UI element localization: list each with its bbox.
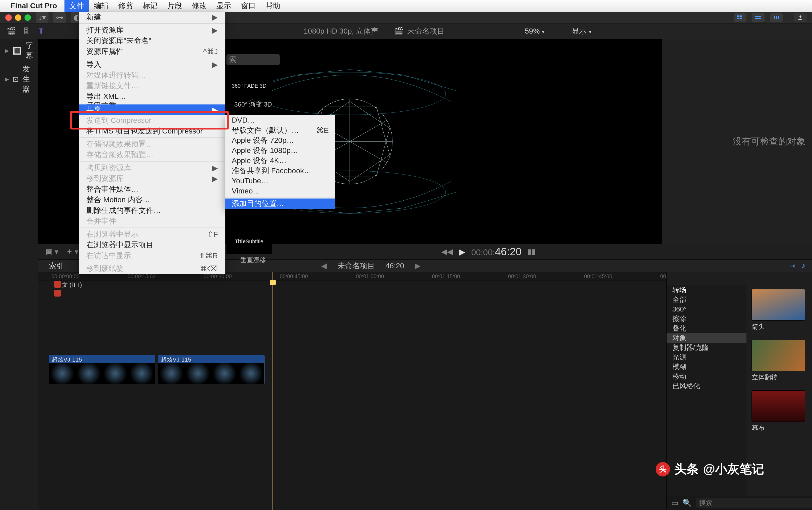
transitions-search-input[interactable] [696, 498, 812, 508]
menu-trim[interactable]: 修剪 [114, 0, 138, 12]
menu-clip[interactable]: 片段 [163, 0, 187, 12]
menu-send-compressor[interactable]: 发送到 Compressor [79, 115, 225, 126]
transition-thumbnail[interactable] [752, 340, 805, 371]
transition-thumbnail[interactable] [752, 289, 805, 320]
menu-consolidate-motion[interactable]: 整合 Motion 内容… [79, 195, 225, 205]
menu-window[interactable]: 窗口 [236, 0, 261, 12]
menu-new[interactable]: 新建▶ [79, 12, 225, 22]
timeline-clip[interactable]: 超炫VJ-115 [158, 355, 264, 384]
viewer-format: 1080p HD 30p, 立体声 [304, 26, 378, 36]
titles-generators-icon[interactable]: T [36, 26, 46, 36]
audio-skimming-icon[interactable]: ♪ [801, 261, 805, 270]
category-item[interactable]: 已风格化 [667, 381, 747, 391]
zoom-window-icon[interactable] [25, 15, 31, 21]
photos-icon[interactable]: 🎛 [21, 26, 31, 36]
color-icon[interactable]: ✦ ▾ [66, 247, 78, 256]
play-button-icon[interactable]: ▶ [459, 247, 465, 257]
sidebar-captions[interactable]: ▶🔳字幕 [0, 39, 38, 62]
transform-icon[interactable]: ▣ ▾ [46, 247, 58, 256]
history-fwd-icon[interactable]: ▶ [415, 261, 420, 270]
menu-send-itms[interactable]: 将 iTMS 项目包发送到 Compressor [79, 126, 225, 136]
menu-help[interactable]: 帮助 [261, 0, 285, 12]
share-apple-1080[interactable]: Apple 设备 1080p… [225, 145, 335, 155]
inspector-panel: 没有可检查的对象 [662, 39, 812, 244]
share-apple-4k[interactable]: Apple 设备 4K… [225, 155, 335, 166]
timecode-display[interactable]: 00:00:46:20 [471, 246, 522, 258]
menu-modify[interactable]: 修改 [187, 0, 211, 12]
menu-import[interactable]: 导入▶ [79, 59, 225, 70]
transition-thumbnail[interactable] [752, 391, 805, 422]
close-window-icon[interactable] [5, 15, 12, 21]
category-item[interactable]: 模糊 [667, 362, 747, 371]
title-thumbnail[interactable]: 360° FADE 3D [227, 73, 272, 98]
transition-item[interactable]: 幕布 [752, 391, 808, 432]
menu-delete-generated[interactable]: 删除生成的事件文件… [79, 205, 225, 216]
zoom-percentage[interactable]: 59% ▾ [525, 27, 545, 35]
share-button-icon[interactable] [794, 13, 807, 22]
caption-marker[interactable] [54, 290, 61, 296]
category-item[interactable]: 对象 [667, 333, 747, 343]
menu-relink[interactable]: 重新链接文件… [79, 81, 225, 91]
share-vimeo[interactable]: Vimeo… [225, 186, 335, 196]
transition-name: 箭头 [752, 322, 808, 331]
category-item[interactable]: 叠化 [667, 323, 747, 333]
menu-close-library[interactable]: 关闭资源库"未命名" [79, 35, 225, 46]
menu-mark[interactable]: 标记 [138, 0, 163, 12]
title-thumbnail-label: 360° 渐变 3D [227, 100, 280, 109]
menu-export-caption[interactable]: 导出字幕… [79, 102, 225, 105]
history-back-icon[interactable]: ◀ [321, 261, 327, 270]
share-add-destination[interactable]: 添加目的位置… [225, 199, 335, 209]
menu-save-video-preset: 存储视频效果预置… [79, 139, 225, 149]
category-item[interactable]: 360° [667, 304, 747, 314]
menu-library-props[interactable]: 资源库属性^⌘J [79, 46, 225, 57]
skimming-icon[interactable]: ⇥ [789, 261, 795, 270]
category-item[interactable]: 全部 [667, 295, 747, 304]
playhead[interactable] [272, 272, 273, 510]
menu-save-audio-preset: 存储音频效果预置… [79, 149, 225, 160]
share-master[interactable]: 母版文件（默认）…⌘E [225, 125, 335, 135]
share-youtube[interactable]: YouTube… [225, 176, 335, 186]
filter-icon[interactable]: ▭ [671, 499, 678, 507]
timeline-clip[interactable]: 超炫VJ-115 [49, 355, 155, 384]
menu-edit[interactable]: 编辑 [89, 0, 114, 12]
svg-rect-7 [776, 16, 777, 19]
solo-icon[interactable]: 🎧 [811, 261, 812, 270]
keyword-button[interactable]: ⊶ [53, 12, 66, 23]
prev-frame-icon[interactable]: ◀◀ [441, 247, 453, 256]
caption-marker[interactable]: 文 (iTT) [54, 281, 61, 288]
timeline-project-name: 未命名项目 [338, 261, 375, 271]
share-apple-720[interactable]: Apple 设备 720p… [225, 135, 335, 145]
menu-view[interactable]: 显示 [211, 0, 236, 12]
import-button[interactable]: ↓▾ [36, 12, 49, 23]
menu-consolidate-media[interactable]: 整合事件媒体… [79, 184, 225, 195]
category-item[interactable]: 擦除 [667, 314, 747, 323]
transition-item[interactable]: 立体翻转 [752, 340, 808, 381]
timeline-index-button[interactable]: 索引 [38, 261, 74, 271]
menu-open-library[interactable]: 打开资源库▶ [79, 25, 225, 35]
category-item[interactable]: 光源 [667, 352, 747, 362]
clip-appearance-icon[interactable] [734, 13, 747, 22]
browser-search-input[interactable]: 索 [227, 54, 280, 65]
next-frame-icon[interactable]: ▮▮ [527, 247, 535, 256]
transition-item[interactable]: 箭头 [752, 289, 808, 331]
view-popup[interactable]: 显示 ▾ [572, 26, 591, 36]
minimize-window-icon[interactable] [15, 15, 21, 21]
share-facebook[interactable]: 准备共享到 Facebook… [225, 166, 335, 176]
inspector-toggle-icon[interactable] [770, 13, 783, 22]
sidebar-generators[interactable]: ▶⊡发生器 [0, 62, 38, 96]
timeline-tracks[interactable]: 00:00:00:0000:00:15:0000:00:30:0000:00:4… [38, 272, 666, 510]
menu-share[interactable]: 共享▶ [79, 105, 225, 115]
menu-file[interactable]: 文件 [64, 0, 89, 12]
share-dvd[interactable]: DVD… [225, 115, 335, 125]
menu-move-to-library: 移到资源库▶ [79, 173, 225, 184]
caption-lane[interactable]: 文 (iTT) [38, 281, 666, 291]
library-icon[interactable]: 🎬 [6, 26, 16, 36]
category-item[interactable]: 复制器/克隆 [667, 343, 747, 352]
menu-export-xml[interactable]: 导出 XML… [79, 91, 225, 102]
file-menu-dropdown: 新建▶ 打开资源库▶ 关闭资源库"未命名" 资源库属性^⌘J 导入▶ 对媒体进行… [79, 12, 225, 274]
title-thumbnail[interactable]: TitleSubtitle [227, 229, 272, 254]
category-item[interactable]: 移动 [667, 371, 747, 381]
list-appearance-icon[interactable] [752, 13, 764, 22]
watermark: 头 头条 @小灰笔记 [656, 461, 764, 478]
menu-reveal-project[interactable]: 在浏览器中显示项目 [79, 239, 225, 250]
